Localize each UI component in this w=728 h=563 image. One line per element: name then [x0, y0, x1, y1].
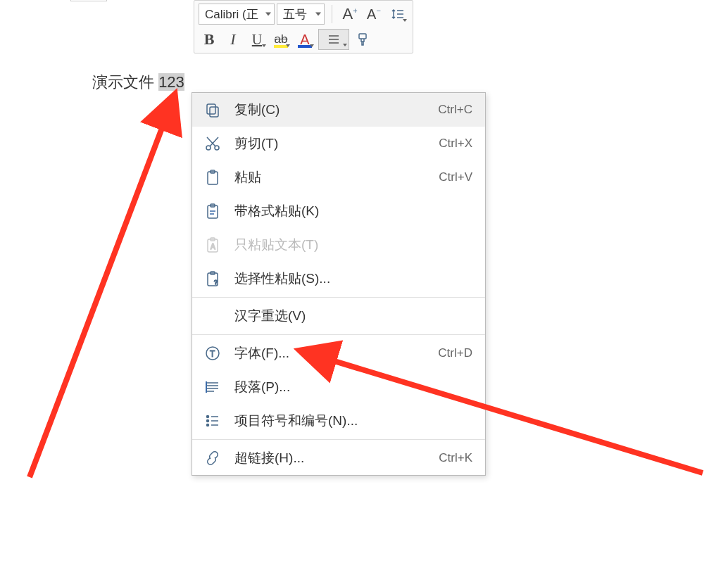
- menu-label: 段落(P)...: [234, 378, 472, 396]
- grow-font-button[interactable]: A+: [339, 4, 360, 25]
- document-text[interactable]: 演示文件 123: [92, 72, 184, 93]
- cut-icon: [204, 135, 221, 152]
- menu-item-list[interactable]: 项目符号和编号(N)...: [192, 404, 485, 438]
- paste-special-icon: ?: [204, 270, 221, 287]
- menu-icon-slot: ?: [203, 270, 222, 288]
- font-icon: T: [204, 345, 221, 362]
- toolbar-divider: [332, 5, 332, 23]
- menu-icon-slot: A: [203, 236, 222, 254]
- shrink-font-button[interactable]: A−: [363, 4, 384, 25]
- bold-button[interactable]: B: [199, 29, 220, 50]
- underline-button[interactable]: U: [246, 29, 268, 50]
- svg-rect-2: [207, 104, 215, 114]
- menu-shortcut: Ctrl+X: [439, 137, 472, 151]
- font-size-select[interactable]: 五号: [277, 4, 325, 25]
- doc-text-selected: 123: [158, 73, 184, 91]
- context-menu: 复制(C)Ctrl+C剪切(T)Ctrl+X粘贴Ctrl+V带格式粘贴(K)A只…: [192, 92, 486, 476]
- menu-item-paste-format[interactable]: 带格式粘贴(K): [192, 194, 485, 228]
- menu-label: 字体(F)...: [234, 344, 438, 362]
- menu-item-font[interactable]: T字体(F)...Ctrl+D: [192, 336, 485, 370]
- menu-label: 汉字重选(V): [234, 307, 472, 325]
- italic-button[interactable]: I: [222, 29, 244, 50]
- list-icon: [204, 412, 221, 429]
- menu-shortcut: Ctrl+D: [438, 346, 472, 360]
- menu-divider: [192, 297, 485, 298]
- paragraph-icon: [204, 379, 221, 396]
- menu-icon-slot: [203, 202, 222, 220]
- menu-item-cut[interactable]: 剪切(T)Ctrl+X: [192, 127, 485, 160]
- menu-icon-slot: [203, 168, 222, 186]
- toolbar-row-2: B I U ab A: [199, 29, 408, 50]
- menu-label: 选择性粘贴(S)...: [234, 270, 472, 288]
- menu-item-paste[interactable]: 粘贴Ctrl+V: [192, 160, 485, 194]
- menu-item-item-6[interactable]: 汉字重选(V): [192, 299, 485, 333]
- svg-point-19: [207, 424, 209, 426]
- toolbar-row-1: Calibri (正 五号 A+ A−: [199, 4, 408, 25]
- align-icon: [327, 33, 340, 46]
- format-painter-button[interactable]: [352, 29, 373, 50]
- svg-rect-0: [359, 34, 366, 39]
- menu-divider: [192, 334, 485, 335]
- font-size-value: 五号: [283, 6, 307, 23]
- menu-label: 剪切(T): [234, 134, 439, 153]
- doc-text-plain: 演示文件: [92, 73, 158, 91]
- link-icon: [204, 450, 221, 467]
- svg-line-20: [30, 99, 173, 477]
- menu-shortcut: Ctrl+V: [439, 170, 472, 184]
- alignment-button[interactable]: [318, 29, 349, 50]
- svg-rect-1: [210, 107, 218, 117]
- menu-shortcut: Ctrl+C: [438, 103, 472, 117]
- svg-point-17: [207, 416, 209, 418]
- copy-icon: [204, 101, 221, 118]
- line-spacing-icon: [391, 7, 405, 21]
- menu-label: 项目符号和编号(N)...: [234, 412, 472, 430]
- paste-icon: [204, 169, 221, 186]
- dropdown-arrow-icon: [315, 13, 321, 16]
- svg-text:T: T: [210, 349, 215, 359]
- font-color-bar-icon: [298, 45, 312, 48]
- menu-item-paste-text: A只粘贴文本(T): [192, 228, 485, 262]
- format-painter-icon: [355, 32, 370, 47]
- svg-text:A: A: [211, 243, 215, 251]
- highlight-button[interactable]: ab: [270, 29, 291, 50]
- menu-item-link[interactable]: 超链接(H)...Ctrl+K: [192, 441, 485, 475]
- document-page-edge: [70, 0, 107, 1]
- menu-divider: [192, 439, 485, 440]
- menu-item-copy[interactable]: 复制(C)Ctrl+C: [192, 93, 485, 127]
- menu-label: 只粘贴文本(T): [234, 236, 472, 254]
- menu-label: 复制(C): [234, 101, 438, 119]
- menu-item-paste-special[interactable]: ?选择性粘贴(S)...: [192, 262, 485, 296]
- paste-format-icon: [204, 203, 221, 220]
- font-family-select[interactable]: Calibri (正: [199, 4, 275, 25]
- menu-label: 超链接(H)...: [234, 449, 439, 467]
- paste-text-icon: A: [204, 236, 221, 253]
- menu-item-paragraph[interactable]: 段落(P)...: [192, 370, 485, 404]
- menu-icon-slot: T: [203, 344, 222, 362]
- floating-formatting-toolbar: Calibri (正 五号 A+ A− B I U ab A: [194, 0, 413, 53]
- dropdown-arrow-icon: [265, 13, 271, 16]
- svg-point-18: [207, 420, 209, 422]
- font-family-value: Calibri (正: [205, 6, 258, 23]
- menu-icon-slot: [203, 378, 222, 396]
- menu-label: 带格式粘贴(K): [234, 202, 472, 220]
- menu-icon-slot: [203, 307, 222, 325]
- menu-icon-slot: [203, 101, 222, 119]
- menu-icon-slot: [203, 134, 222, 153]
- menu-label: 粘贴: [234, 168, 439, 186]
- line-spacing-button[interactable]: [387, 4, 408, 25]
- font-color-button[interactable]: A: [294, 29, 315, 50]
- svg-text:?: ?: [214, 279, 218, 286]
- highlight-bar-icon: [274, 45, 288, 48]
- menu-shortcut: Ctrl+K: [439, 451, 472, 465]
- menu-icon-slot: [203, 449, 222, 467]
- menu-icon-slot: [203, 412, 222, 430]
